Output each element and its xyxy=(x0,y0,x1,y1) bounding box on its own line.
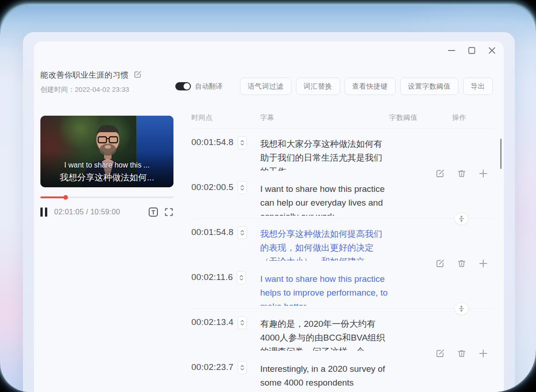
add-subtitle-icon[interactable] xyxy=(478,348,488,358)
time-stepper[interactable] xyxy=(238,226,247,239)
app-card: 能改善你职业生涯的习惯 创建时间：2022-04-02 23:33 自动翻译 语… xyxy=(34,41,504,392)
table-header: 时间点 字幕 字数阈值 操作 xyxy=(191,111,495,124)
timestamp: 00:02:13.4 xyxy=(191,317,234,327)
subtitle-row[interactable]: 00:01:54.8 我想和大家分享这种做法如何有助于我们的日常生活尤其是我们的… xyxy=(191,129,495,174)
subtitle-pair-block: 00:01:54.8 我想分享这种做法如何提高我们的表现，如何做出更好的决定（无… xyxy=(191,219,495,309)
timestamp: 00:01:54.8 xyxy=(191,137,234,147)
subtitle-pair-block: 00:01:54.8 我想和大家分享这种做法如何有助于我们的日常生活尤其是我们的… xyxy=(191,129,495,219)
auto-translate-label: 自动翻译 xyxy=(195,82,223,91)
add-subtitle-icon[interactable] xyxy=(478,168,488,179)
subtitle-pair-block: 00:02:13.4 有趣的是，2020年一份大约有4000人参与的由BCG和B… xyxy=(191,309,495,392)
timestamp: 00:02:11.6 xyxy=(191,272,233,282)
caption-en: I want to share how this ... xyxy=(40,161,173,169)
subtitle-text[interactable]: 有趣的是，2020年一份大约有4000人参与的由BCG和BVA组织的调查问卷，问… xyxy=(260,317,391,351)
close-button[interactable] xyxy=(487,46,497,55)
progress-fill xyxy=(40,196,66,198)
export-button[interactable]: 导出 xyxy=(463,78,493,95)
seek-bar[interactable] xyxy=(40,196,173,198)
timestamp: 00:01:54.8 xyxy=(191,227,234,237)
merge-rows-button[interactable] xyxy=(454,302,469,315)
auto-translate-toggle[interactable] xyxy=(175,82,191,90)
subtitle-row[interactable]: 00:01:54.8 我想分享这种做法如何提高我们的表现，如何做出更好的决定（无… xyxy=(191,219,495,264)
subtitle-row[interactable]: 00:02:13.4 有趣的是，2020年一份大约有4000人参与的由BCG和B… xyxy=(191,309,495,354)
subtitle-text[interactable]: Interestingly, in a 2020 survey of some … xyxy=(260,362,391,392)
subtitle-text[interactable]: I want to share how this practice can he… xyxy=(260,182,391,216)
time-stepper[interactable] xyxy=(238,136,247,149)
subtitle-row[interactable]: 00:02:00.5 I want to share how this prac… xyxy=(191,174,495,219)
project-title: 能改善你职业生涯的习惯 xyxy=(40,70,129,80)
col-time: 时间点 xyxy=(191,113,260,122)
subtitle-text[interactable]: 我想和大家分享这种做法如何有助于我们的日常生活尤其是我们的工作 xyxy=(260,137,391,171)
edit-subtitle-icon[interactable] xyxy=(435,348,445,358)
video-preview[interactable]: I want to share how this ... 我想分享这种做法如何.… xyxy=(40,116,173,187)
rename-icon[interactable] xyxy=(134,70,142,80)
fullscreen-icon[interactable] xyxy=(164,207,173,217)
maximize-button[interactable] xyxy=(467,46,476,55)
player-panel: I want to share how this ... 我想分享这种做法如何.… xyxy=(40,116,173,218)
subtitle-table: 时间点 字幕 字数阈值 操作 00:01:54.8 xyxy=(191,111,495,392)
caption-zh: 我想分享这种做法如何... xyxy=(40,172,173,184)
subtitle-display-icon[interactable]: T xyxy=(149,207,158,217)
time-stepper[interactable] xyxy=(238,361,247,374)
timestamp: 00:02:23.7 xyxy=(191,362,234,372)
window-controls xyxy=(447,46,497,55)
filler-word-filter-button[interactable]: 语气词过滤 xyxy=(240,78,291,95)
app-window: 能改善你职业生涯的习惯 创建时间：2022-04-02 23:33 自动翻译 语… xyxy=(23,32,515,392)
time-stepper[interactable] xyxy=(237,271,246,284)
created-time: 创建时间：2022-04-02 23:33 xyxy=(40,85,142,94)
col-operations: 操作 xyxy=(452,113,495,122)
desktop-wallpaper: 能改善你职业生涯的习惯 创建时间：2022-04-02 23:33 自动翻译 语… xyxy=(0,6,536,392)
col-subtitle: 字幕 xyxy=(260,113,389,122)
col-char-limit: 字数阈值 xyxy=(389,113,452,122)
video-captions: I want to share how this ... 我想分享这种做法如何.… xyxy=(40,161,173,184)
time-stepper[interactable] xyxy=(238,316,247,329)
timestamp: 00:02:00.5 xyxy=(191,182,234,192)
word-replace-button[interactable]: 词汇替换 xyxy=(296,78,340,95)
table-scrollbar[interactable] xyxy=(500,139,502,169)
subtitle-row[interactable]: 00:02:11.6 I want to share how this prac… xyxy=(191,264,495,309)
set-char-limit-button[interactable]: 设置字数阈值 xyxy=(400,78,458,95)
minimize-button[interactable] xyxy=(447,46,456,55)
delete-subtitle-icon[interactable] xyxy=(457,258,467,269)
edit-subtitle-icon[interactable] xyxy=(435,168,445,179)
subtitle-row[interactable]: 00:02:23.7 Interestingly, in a 2020 surv… xyxy=(191,354,495,392)
delete-subtitle-icon[interactable] xyxy=(457,348,467,358)
subtitle-text[interactable]: I want to share how this practice helps … xyxy=(260,272,391,306)
toggle-knob xyxy=(184,83,190,90)
pause-button[interactable] xyxy=(40,207,47,217)
edit-subtitle-icon[interactable] xyxy=(435,258,445,269)
add-subtitle-icon[interactable] xyxy=(478,258,488,269)
view-shortcuts-button[interactable]: 查看快捷键 xyxy=(345,78,396,95)
merge-rows-button[interactable] xyxy=(454,213,469,225)
subtitle-text[interactable]: 我想分享这种做法如何提高我们的表现，如何做出更好的决定（无论大小），和如何建立 xyxy=(260,227,391,261)
progress-knob[interactable] xyxy=(63,195,68,200)
time-stepper[interactable] xyxy=(238,181,247,194)
playback-time: 02:01:05 / 10:59:00 xyxy=(54,208,120,216)
toolbar-buttons: 语气词过滤 词汇替换 查看快捷键 设置字数阈值 导出 xyxy=(240,78,493,95)
delete-subtitle-icon[interactable] xyxy=(457,168,467,179)
